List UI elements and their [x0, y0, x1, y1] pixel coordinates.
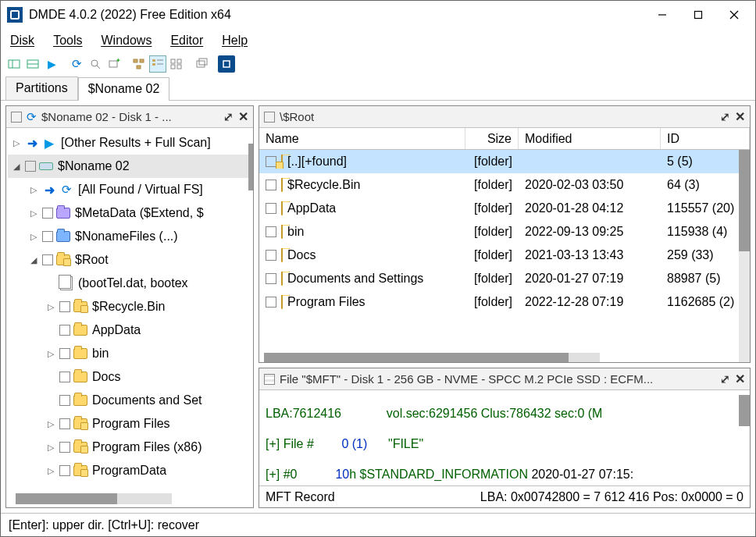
checkbox-icon[interactable]	[266, 203, 276, 214]
checkbox-icon[interactable]	[59, 348, 70, 359]
checkbox-icon[interactable]	[59, 301, 70, 312]
tool-logo-icon[interactable]	[218, 55, 235, 73]
mft-header: File "$MFT" - Disk 1 - 256 GB - NVME - S…	[259, 368, 750, 390]
file-name: AppData	[287, 201, 336, 215]
menu-help[interactable]: Help	[222, 34, 248, 48]
checkbox-icon[interactable]	[59, 325, 70, 336]
svg-rect-14	[137, 66, 141, 69]
tree-row-other-results[interactable]: ▷➜▶[Other Results + Full Scan]	[8, 131, 253, 155]
tab-partitions[interactable]: Partitions	[5, 76, 78, 100]
checkbox-icon[interactable]	[42, 254, 53, 265]
tree-row-program-files-x86[interactable]: ▷Program Files (x86)	[8, 436, 253, 459]
tool-stack-icon[interactable]	[193, 55, 210, 73]
file-id: 5 (5)	[661, 155, 750, 169]
svg-rect-22	[177, 65, 181, 69]
checkbox-icon[interactable]	[266, 250, 276, 261]
checkbox-icon[interactable]	[59, 372, 70, 382]
file-row[interactable]: [..][+found][folder]5 (5)	[259, 150, 750, 173]
mft-body[interactable]: LBA:7612416 vol.sec:6291456 Clus:786432 …	[259, 390, 750, 485]
file-modified: 2020-02-03 03:50	[519, 178, 661, 192]
tool-grid-icon[interactable]	[168, 55, 185, 73]
svg-rect-16	[152, 63, 155, 66]
checkbox-icon[interactable]	[11, 112, 22, 123]
tool-sparkle-icon[interactable]: ✦	[105, 55, 123, 73]
checkbox-icon[interactable]	[25, 161, 36, 172]
checkbox-icon[interactable]	[59, 442, 70, 453]
tab-noname02[interactable]: $Noname 02	[78, 77, 170, 101]
menu-windows[interactable]: Windows	[101, 34, 152, 48]
checkbox-icon[interactable]	[266, 180, 276, 190]
tree-row-metadata[interactable]: ▷$MetaData ($Extend, $	[8, 201, 253, 225]
checkbox-icon[interactable]	[59, 465, 70, 476]
tree-hscrollbar[interactable]	[16, 493, 172, 504]
menu-tools[interactable]: Tools	[53, 34, 82, 48]
tree-row-programdata[interactable]: ▷ProgramData	[8, 459, 253, 482]
file-row[interactable]: AppData[folder]2020-01-28 04:12115557 (2…	[259, 197, 750, 220]
tree-row-boottel[interactable]: (bootTel.dat, bootex	[8, 272, 253, 295]
close-pane-icon[interactable]: ✕	[735, 372, 745, 386]
col-id[interactable]: ID	[661, 128, 750, 149]
close-pane-icon[interactable]: ✕	[238, 109, 248, 124]
tool-list-icon[interactable]	[149, 55, 166, 73]
file-row[interactable]: bin[folder]2022-09-13 09:25115938 (4)	[259, 220, 750, 244]
col-size[interactable]: Size	[465, 128, 519, 149]
svg-rect-12	[134, 59, 137, 62]
svg-rect-13	[140, 59, 144, 62]
checkbox-icon[interactable]	[42, 208, 53, 219]
tree-row-noname02[interactable]: ◢$Noname 02	[8, 155, 253, 178]
expand-icon[interactable]: ⤢	[720, 110, 730, 124]
tree-row-bin[interactable]: ▷bin	[8, 342, 253, 365]
file-row[interactable]: $Recycle.Bin[folder]2020-02-03 03:5064 (…	[259, 173, 750, 197]
expand-icon[interactable]: ⤢	[720, 372, 730, 386]
checkbox-icon[interactable]	[42, 231, 53, 242]
file-row[interactable]: Program Files[folder]2022-12-28 07:19116…	[259, 290, 750, 314]
tree-row-program-files[interactable]: ▷Program Files	[8, 412, 253, 436]
col-modified[interactable]: Modified	[519, 128, 661, 149]
tool-panel-left-icon[interactable]	[5, 55, 23, 73]
close-button[interactable]	[716, 3, 752, 27]
checkbox-icon[interactable]	[59, 418, 70, 429]
file-id: 115938 (4)	[661, 225, 750, 239]
tree-row-all-found[interactable]: ▷➜⟳[All Found / Virtual FS]	[8, 178, 253, 201]
mft-vscrollbar[interactable]	[739, 395, 750, 426]
checkbox-icon[interactable]	[266, 226, 276, 237]
folder-icon	[56, 207, 70, 219]
tree-row-root[interactable]: ◢$Root	[8, 248, 253, 272]
close-pane-icon[interactable]: ✕	[735, 109, 745, 124]
tree-row-appdata[interactable]: AppData	[8, 318, 253, 342]
tool-panel-rows-icon[interactable]	[24, 55, 41, 73]
maximize-button[interactable]	[680, 3, 716, 27]
right-panes: \$Root ⤢ ✕ Name Size Modified ID [..][+f…	[259, 105, 751, 508]
tree-vscrollbar[interactable]	[248, 144, 253, 190]
files-path: \$Root	[280, 110, 715, 123]
folder-icon	[281, 155, 283, 169]
minimize-button[interactable]	[644, 3, 680, 27]
tool-search-icon[interactable]	[87, 55, 104, 73]
tree-row-recyclebin[interactable]: ▷$Recycle.Bin	[8, 295, 253, 318]
tree-row-docs[interactable]: Docs	[8, 365, 253, 389]
file-row[interactable]: Docs[folder]2021-03-13 13:43259 (33)	[259, 244, 750, 267]
tree-row-docs-settings[interactable]: Documents and Set	[8, 389, 253, 412]
tree-row-nonamefiles[interactable]: ▷$NonameFiles (...)	[8, 225, 253, 248]
tool-tree-icon[interactable]	[130, 55, 148, 73]
refresh-icon[interactable]: ⟳	[27, 110, 37, 124]
menu-editor[interactable]: Editor	[170, 34, 203, 48]
folder-icon	[73, 347, 87, 360]
checkbox-icon[interactable]	[266, 273, 276, 284]
file-id: 64 (3)	[661, 178, 750, 192]
checkbox-icon[interactable]	[264, 112, 275, 123]
checkbox-icon[interactable]	[266, 297, 276, 308]
tool-play-icon[interactable]: ▶	[43, 55, 60, 73]
checkbox-icon[interactable]	[59, 395, 70, 406]
panes: ⟳ $Noname 02 - Disk 1 - ... ⤢ ✕ ▷➜▶[Othe…	[1, 101, 755, 513]
menu-disk[interactable]: Disk	[10, 34, 34, 48]
files-hscrollbar[interactable]	[264, 353, 600, 362]
files-vscrollbar[interactable]	[739, 150, 750, 362]
checkbox-icon[interactable]	[266, 156, 276, 167]
svg-rect-19	[171, 59, 175, 63]
file-row[interactable]: Documents and Settings[folder]2020-01-27…	[259, 267, 750, 290]
expand-icon[interactable]: ⤢	[223, 110, 234, 124]
col-name[interactable]: Name	[259, 128, 465, 149]
tool-refresh-icon[interactable]: ⟳	[68, 55, 85, 73]
file-id: 259 (33)	[661, 248, 750, 262]
